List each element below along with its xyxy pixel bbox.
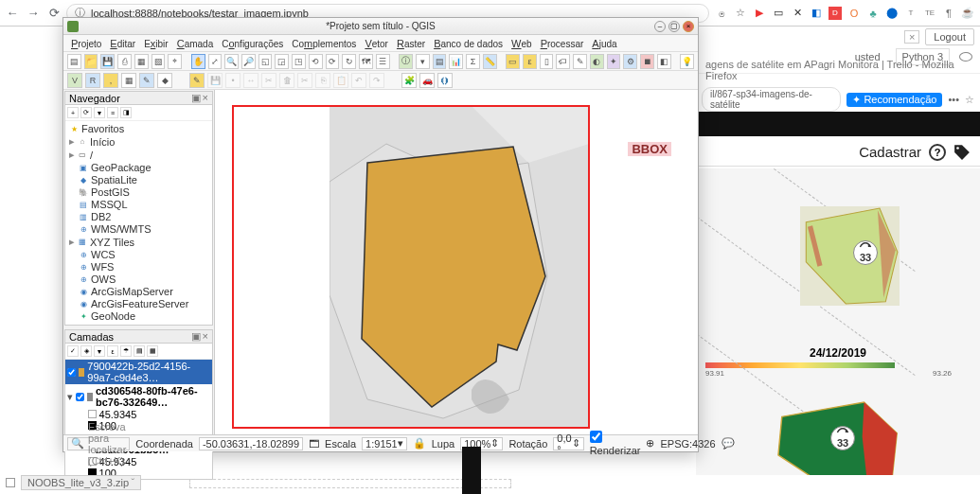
tool-pan-sel[interactable]: ⤢ bbox=[208, 54, 223, 69]
layer-1[interactable]: 7900422b-25d2-4156-99a7-c9d4e3… bbox=[65, 360, 212, 384]
tool-deselect[interactable]: ▯ bbox=[540, 54, 554, 69]
menu-camada[interactable]: Camada bbox=[174, 38, 217, 49]
menu-projeto[interactable]: Projeto bbox=[68, 38, 104, 49]
tool-misc[interactable]: ◐ bbox=[590, 54, 604, 69]
maximize-icon[interactable]: ▢ bbox=[668, 21, 680, 32]
tool-measure[interactable]: 📏 bbox=[483, 54, 497, 69]
tool-attributes[interactable]: ▤ bbox=[433, 54, 447, 69]
tool-icon[interactable]: ▼ bbox=[94, 345, 105, 357]
menu-exibir[interactable]: Exibir bbox=[141, 38, 171, 49]
tool-zoom-in[interactable]: 🔍 bbox=[224, 54, 239, 69]
tool-zoom-next[interactable]: ⟳ bbox=[326, 54, 340, 69]
tool-icon[interactable]: ✓ bbox=[67, 345, 79, 357]
tree-wms[interactable]: ⊕WMS/WMTS bbox=[69, 223, 208, 236]
firefox-url[interactable]: il/867-sp34-imagens-de-satélite bbox=[702, 87, 841, 112]
close-icon[interactable]: × bbox=[683, 21, 694, 32]
tool-misc2[interactable]: ✦ bbox=[607, 54, 621, 69]
field-badge[interactable]: 33 bbox=[830, 426, 855, 450]
tool-misc3[interactable]: ◧ bbox=[657, 54, 671, 69]
tool-move-feat[interactable]: ↔ bbox=[243, 73, 258, 88]
undock-icon[interactable]: ▣ bbox=[191, 92, 201, 104]
layer-2[interactable]: ▾cd306548-80fb-47e6-bc76-332649… bbox=[65, 384, 212, 409]
coord-value[interactable]: -50.03631,-18.02899 bbox=[199, 437, 303, 450]
tool-layouts[interactable]: ▧ bbox=[151, 54, 166, 69]
forward-icon[interactable]: → bbox=[27, 7, 40, 20]
tree-geonode[interactable]: ✦GeoNode bbox=[69, 310, 208, 323]
tool-tips[interactable]: 💡 bbox=[680, 54, 694, 69]
tree-arcgis-feat[interactable]: ◉ArcGisFeatureServer bbox=[69, 298, 208, 310]
tool-icon[interactable]: ☂ bbox=[120, 345, 132, 357]
tool-icon[interactable]: ≡ bbox=[107, 107, 118, 118]
messages-icon[interactable]: 💬 bbox=[722, 437, 735, 450]
tool-zoom-out[interactable]: 🔎 bbox=[241, 54, 256, 69]
tool-actions[interactable]: ▾ bbox=[416, 54, 430, 69]
tree-wcs[interactable]: ⊕WCS bbox=[69, 249, 208, 261]
layer-check[interactable] bbox=[76, 393, 84, 401]
ext-icon[interactable]: T bbox=[904, 7, 918, 20]
tree-root[interactable]: ▸▭/ bbox=[69, 149, 208, 162]
reload-icon[interactable]: ⟳ bbox=[47, 7, 61, 20]
tool-stats[interactable]: Σ bbox=[466, 54, 480, 69]
tool-identify[interactable]: ⓘ bbox=[399, 54, 413, 69]
qgis-map-canvas[interactable]: BBOX bbox=[215, 90, 698, 434]
show-apps-icon[interactable] bbox=[6, 478, 15, 487]
tool-icon[interactable]: + bbox=[67, 107, 79, 118]
tool-icon[interactable]: ⟳ bbox=[80, 107, 92, 118]
tool-field-calc[interactable]: 📊 bbox=[449, 54, 463, 69]
avatar-icon[interactable]: ☕ bbox=[961, 7, 974, 20]
menu-processar[interactable]: Processar bbox=[538, 38, 587, 49]
tag-icon[interactable] bbox=[953, 144, 971, 161]
close-icon[interactable]: × bbox=[203, 330, 208, 343]
tool-redo[interactable]: ↷ bbox=[369, 73, 384, 88]
tree-ows[interactable]: ⊕OWS bbox=[69, 273, 208, 286]
ext-icon[interactable]: O bbox=[847, 7, 861, 20]
menu-editar[interactable]: Editar bbox=[107, 38, 138, 49]
ext-icon[interactable]: ✕ bbox=[791, 7, 804, 20]
tool-zoom-sel[interactable]: ◲ bbox=[275, 54, 289, 69]
crs-icon[interactable]: ⊕ bbox=[646, 437, 654, 450]
cadastrar-label[interactable]: Cadastrar bbox=[859, 144, 921, 160]
tool-refresh[interactable]: ↻ bbox=[342, 54, 356, 69]
ext-icon[interactable]: ◧ bbox=[810, 7, 823, 20]
tool-annotation[interactable]: ✎ bbox=[573, 54, 587, 69]
close-icon[interactable]: × bbox=[904, 30, 919, 44]
tool-new-shp[interactable]: ✎ bbox=[139, 73, 154, 88]
tool-stop[interactable]: ⏹ bbox=[640, 54, 654, 69]
extent-icon[interactable]: 🗔 bbox=[309, 438, 319, 450]
more-icon[interactable]: ••• bbox=[948, 94, 959, 105]
tool-zoom-last[interactable]: ⟲ bbox=[309, 54, 323, 69]
tool-paste[interactable]: 📋 bbox=[333, 73, 348, 88]
tool-icon[interactable]: ◨ bbox=[120, 107, 132, 118]
locator-input[interactable]: 🔍Escreva para localizar (Ctrl+K) bbox=[67, 437, 130, 450]
tool-python[interactable]: ⟬⟭ bbox=[437, 73, 453, 88]
ext-icon[interactable]: ▶ bbox=[753, 7, 766, 20]
tool-icon[interactable]: ▤ bbox=[134, 345, 145, 357]
escala-value[interactable]: 1:9151 ▾ bbox=[362, 437, 407, 450]
tool-vehicle[interactable]: 🚗 bbox=[419, 73, 435, 88]
tree-inicio[interactable]: ▸⌂Início bbox=[69, 135, 208, 149]
star-icon[interactable]: ☆ bbox=[734, 7, 747, 20]
tree-mssql[interactable]: ▤MSSQL bbox=[69, 199, 208, 211]
ext-icon[interactable]: ⬤ bbox=[885, 7, 899, 20]
right-map-panel[interactable]: 33 24/12/2019 93.91 93.26 33 bbox=[696, 168, 980, 475]
tool-add-raster[interactable]: R bbox=[85, 73, 100, 88]
tool-del[interactable]: 🗑 bbox=[279, 73, 294, 88]
menu-config[interactable]: Configurações bbox=[219, 38, 286, 49]
qgis-titlebar[interactable]: *Projeto sem título - QGIS – ▢ × bbox=[63, 18, 698, 35]
recommendation-badge[interactable]: ✦Recomendação bbox=[846, 93, 942, 107]
tree-xyz[interactable]: ▸▦XYZ Tiles bbox=[69, 236, 208, 249]
task-download[interactable]: NOOBS_lite_v3_3.zip ˇ bbox=[21, 475, 141, 490]
undock-icon[interactable]: ▣ bbox=[191, 330, 201, 343]
tool-toolbox[interactable]: ⚙ bbox=[623, 54, 637, 69]
tool-zoom-layer[interactable]: ◳ bbox=[292, 54, 306, 69]
tool-new[interactable]: ▤ bbox=[67, 54, 81, 69]
menu-banco[interactable]: Banco de dados bbox=[431, 38, 506, 49]
minimize-icon[interactable]: – bbox=[654, 21, 666, 32]
tool-add-mesh[interactable]: ▦ bbox=[121, 73, 136, 88]
menu-raster[interactable]: Raster bbox=[394, 38, 428, 49]
tool-save[interactable]: 💾 bbox=[100, 54, 115, 69]
ext-icon[interactable]: ♣ bbox=[866, 7, 880, 20]
tree-geopackage[interactable]: ▣GeoPackage bbox=[69, 162, 208, 174]
tree-arcgis-map[interactable]: ◉ArcGisMapServer bbox=[69, 286, 208, 298]
tool-select[interactable]: ▭ bbox=[506, 54, 520, 69]
